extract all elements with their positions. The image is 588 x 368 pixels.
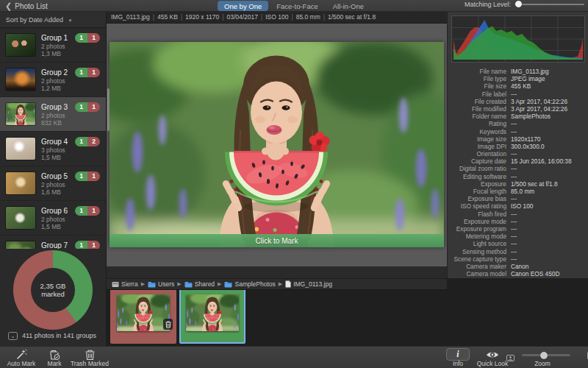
info-field-label: Flash fired [448,210,506,218]
group-thumbnail [6,241,35,249]
trash-marked-button[interactable]: Trash Marked [69,348,110,367]
click-to-mark-label: Click to Mark [256,237,298,245]
info-row: Exposure mode--- [448,218,588,225]
info-field-value: 1/500 sec at f/1.8 [511,180,558,188]
group-thumbnail [6,172,35,194]
group-photo-count: 3 photos [41,146,68,154]
trash-marked-label: Trash Marked [71,361,109,367]
marked-count: 2 [87,137,100,146]
group-badge: 11 [75,68,100,77]
group-row-7[interactable]: Group 72 photos11 [0,236,106,249]
donut-center: 2,35 GB marked [31,268,75,312]
info-row: File created3 Apr 2017, 04:22:26 [448,98,588,105]
auto-mark-button[interactable]: Auto Mark [4,348,38,367]
matching-level-slider[interactable] [514,4,584,5]
folder-icon [184,281,193,288]
info-field-value: IMG_0113.jpg [511,68,549,75]
photo-viewport: Click to Mark [107,24,447,266]
thumbnail-kept-selected[interactable] [179,282,245,344]
disk-icon [112,281,119,288]
breadcrumb-item-sierra[interactable]: Sierra [112,280,138,288]
tab-face-to-face[interactable]: Face-to-Face [270,1,325,11]
kept-count: 1 [75,241,87,249]
group-row-5[interactable]: Group 52 photos1,6 MB11 [0,166,106,201]
back-button[interactable]: ❮ Photo List [5,1,48,11]
zoom-slider[interactable] [522,354,570,356]
group-row-1[interactable]: Group 12 photos1,3 MB11 [0,28,106,63]
zoom-label: Zoom [514,361,570,367]
group-photo-count: 2 photos [41,112,68,119]
breadcrumb-label: Sierra [121,280,138,288]
group-name: Group 7 [41,241,68,249]
info-field-label: Sensing method [448,248,506,255]
quick-look-label: Quick Look [477,361,509,367]
preview-area: IMG_0113.jpg|455 KB|1920 x 1170|03/04/20… [107,12,447,278]
info-field-label: Orientation [448,150,506,158]
info-row: Sensing method--- [448,248,588,255]
summary-text: 411 photos in 141 groups [22,332,96,339]
breadcrumb-item-samplephotos[interactable]: SamplePhotos [224,280,275,288]
meta-separator: | [181,13,182,21]
info-field-label: Exposure program [448,225,506,233]
group-row-4[interactable]: Group 43 photos1,5 MB12 [0,132,106,166]
meta-item: 03/04/2017 [226,13,258,21]
info-row: Orientation--- [448,150,588,158]
breadcrumb-label: SamplePhotos [234,280,275,288]
mark-button[interactable]: Mark [41,348,68,367]
marked-count: 1 [87,171,100,181]
breadcrumb-item-img-0113-jpg[interactable]: IMG_0113.jpg [285,280,332,288]
breadcrumb-label: IMG_0113.jpg [293,280,332,288]
thumbnail-marked[interactable] [110,282,176,344]
sort-dropdown[interactable]: Sort by Date Added ▼ [0,12,106,28]
tab-all-in-one[interactable]: All-in-One [326,1,370,11]
group-row-3[interactable]: Group 32 photos832 KB11 [0,97,106,132]
info-field-value: 3 Apr 2017, 04:22:26 [511,98,567,105]
main-photo[interactable] [110,42,444,247]
info-field-label: Metering mode [448,233,506,240]
tab-one-by-one[interactable]: One by One [218,1,268,11]
click-to-mark-bar[interactable]: Click to Mark [110,234,444,247]
marked-count: 1 [87,68,100,77]
info-field-value: --- [511,128,517,135]
marked-count: 1 [87,206,100,216]
info-row: Exposure1/500 sec at f/1.8 [448,180,588,188]
marked-stats-donut-area: 2,35 GB marked [0,249,106,331]
back-label: Photo List [15,2,47,10]
info-button[interactable]: i Info [445,348,470,367]
group-name: Group 6 [41,207,68,216]
info-field-label: Light source [448,240,506,247]
small-thumbnail-icon [506,351,514,364]
info-label: Info [453,361,463,367]
group-size: 1,5 MB [41,223,68,230]
group-name: Group 5 [41,172,68,181]
group-row-2[interactable]: Group 22 photos1,2 MB11 [0,63,106,97]
kept-count: 1 [75,137,87,146]
collapse-chart-icon[interactable]: ⌄ [8,332,18,340]
matching-level-knob[interactable] [515,1,522,7]
kept-count: 1 [75,102,87,112]
info-row: Camera lens model [448,277,588,278]
info-field-label: Exposure [448,180,506,188]
chevron-down-icon: ▼ [68,18,73,23]
thumbnail-image [117,294,170,331]
group-name: Group 3 [41,103,68,112]
info-field-value: --- [511,218,517,225]
quick-look-button[interactable]: Quick Look [475,348,510,367]
meta-item: 455 KB [157,13,178,21]
group-row-6[interactable]: Group 62 photos1,5 MB11 [0,201,106,236]
group-size: 1,2 MB [41,85,68,92]
info-field-label: Camera model [448,270,506,277]
info-field-label: Rating [448,120,506,127]
info-field-value: 300.0x300.0 [511,143,545,150]
group-size: 1,6 MB [41,188,68,196]
info-field-label: Digital zoom ratio [448,165,506,172]
group-badge: 12 [75,137,100,146]
info-row: Camera modelCanon EOS 450D [448,270,588,277]
info-field-value: --- [511,150,517,158]
breadcrumb-item-shared[interactable]: Shared [184,280,215,288]
breadcrumb-item-users[interactable]: Users [148,280,174,288]
zoom-slider-knob[interactable] [540,352,548,359]
info-row: Editing software--- [448,173,588,180]
info-field-value: JPEG image [511,75,545,82]
kept-count: 1 [75,171,87,181]
